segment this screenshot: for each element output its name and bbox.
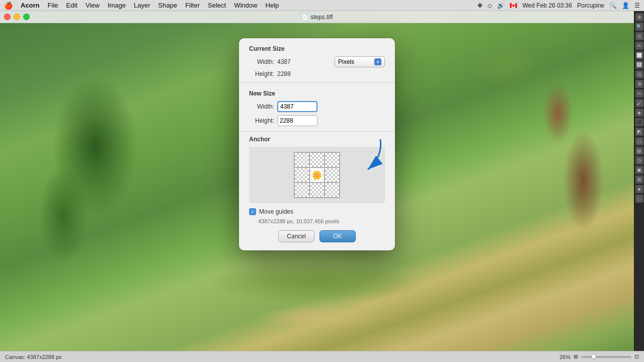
ok-button[interactable]: OK xyxy=(319,230,356,242)
canvas-info-text: 4387x2288 px, 10,037,456 pixels xyxy=(239,217,395,224)
status-bar: Canvas: 4387x2288 px 26% ⊞ ⊡ xyxy=(0,351,644,362)
anchor-cell-bottom-right[interactable] xyxy=(325,183,340,198)
sidebar-tool-8[interactable]: ⚙ xyxy=(635,80,643,88)
apple-menu[interactable]: 🍎 xyxy=(4,2,13,10)
status-bar-right: 26% ⊞ ⊡ xyxy=(559,353,639,360)
menu-edit[interactable]: Edit xyxy=(62,1,82,10)
new-width-row: Width: xyxy=(249,101,385,112)
units-select-arrow: ▾ xyxy=(374,58,381,65)
sidebar-tool-2[interactable]: 🔍 xyxy=(635,23,643,31)
sidebar-tool-20[interactable]: ◌ xyxy=(635,195,643,203)
anchor-cell-middle-center[interactable]: 🌼 xyxy=(309,167,325,183)
menu-window[interactable]: Window xyxy=(230,1,261,10)
anchor-container: 🌼 xyxy=(249,147,385,203)
anchor-cell-top-center[interactable] xyxy=(309,152,325,167)
zoom-slider[interactable] xyxy=(581,356,631,358)
menu-select[interactable]: Select xyxy=(204,1,230,10)
new-size-section: New Size Width: Height: xyxy=(239,83,395,126)
canvas-size-status: Canvas: 4387x2288 px xyxy=(5,354,62,360)
sidebar-tool-10[interactable]: 🖊 xyxy=(635,99,643,107)
current-width-row: Width: 4387 Pixels ▾ xyxy=(249,56,385,67)
dialog-buttons: Cancel OK xyxy=(239,224,395,242)
minimize-button[interactable] xyxy=(14,14,20,20)
menu-view[interactable]: View xyxy=(82,1,104,10)
current-width-value: 4387 xyxy=(277,58,302,65)
sidebar-tool-18[interactable]: ⊞ xyxy=(635,175,643,184)
new-height-label: Height: xyxy=(249,117,274,124)
move-guides-checkbox[interactable]: ✓ xyxy=(249,208,256,215)
menu-file[interactable]: File xyxy=(44,1,62,10)
zoom-button[interactable] xyxy=(23,14,30,20)
current-width-label: Width: xyxy=(249,58,274,65)
right-sidebar: ⊕ 🔍 ◎ ✏ ⬜ 🅰 ⊡ ⚙ ✂ 🖊 ◈ ⬛ ◩ ◻ ▤ ◷ ▣ ⊞ ◈ ◌ xyxy=(634,11,644,351)
current-height-row: Height: 2288 xyxy=(249,70,385,77)
units-select-value: Pixels xyxy=(338,58,354,65)
current-height-label: Height: xyxy=(249,70,274,77)
menu-shape[interactable]: Shape xyxy=(154,1,182,10)
sidebar-tool-13[interactable]: ◩ xyxy=(635,128,643,136)
blue-arrow-indicator xyxy=(345,137,385,177)
menu-image[interactable]: Image xyxy=(104,1,130,10)
anchor-cell-bottom-left[interactable] xyxy=(294,183,309,198)
cancel-button[interactable]: Cancel xyxy=(278,230,314,242)
window-title: 📄 steps.tiff xyxy=(301,14,333,21)
menubar: 🍎 Acorn File Edit View Image Layer Shape… xyxy=(0,0,644,11)
anchor-cell-middle-left[interactable] xyxy=(294,167,309,183)
sidebar-tool-11[interactable]: ◈ xyxy=(635,109,643,117)
dialog-overlay: Current Size Width: 4387 Pixels ▾ Height… xyxy=(0,23,634,351)
sidebar-tool-1[interactable]: ⊕ xyxy=(635,13,643,21)
sidebar-tool-16[interactable]: ◷ xyxy=(635,156,643,164)
expand-icon[interactable]: ⊡ xyxy=(634,353,639,360)
sidebar-tool-4[interactable]: ✏ xyxy=(635,42,643,50)
menu-help[interactable]: Help xyxy=(261,1,283,10)
user-avatar: 👤 xyxy=(622,2,629,9)
anchor-section: Anchor xyxy=(239,132,395,203)
sidebar-tool-6[interactable]: 🅰 xyxy=(635,61,643,69)
close-button[interactable] xyxy=(4,14,11,20)
menu-acorn[interactable]: Acorn xyxy=(17,1,44,10)
new-height-row: Height: xyxy=(249,115,385,126)
sidebar-tool-7[interactable]: ⊡ xyxy=(635,70,643,78)
anchor-title: Anchor xyxy=(249,136,385,143)
menu-layer[interactable]: Layer xyxy=(130,1,154,10)
anchor-cell-middle-right[interactable] xyxy=(325,167,340,183)
zoom-slider-thumb[interactable] xyxy=(591,354,596,359)
sidebar-tool-3[interactable]: ◎ xyxy=(635,32,643,40)
sidebar-tool-14[interactable]: ◻ xyxy=(635,137,643,145)
current-height-value: 2288 xyxy=(277,70,302,77)
username: Porcupine xyxy=(577,2,604,9)
move-guides-label: Move guides xyxy=(259,208,293,215)
anchor-grid: 🌼 xyxy=(294,152,340,198)
anchor-cell-top-right[interactable] xyxy=(325,152,340,167)
units-select[interactable]: Pixels ▾ xyxy=(335,56,385,67)
sidebar-tool-12[interactable]: ⬛ xyxy=(635,118,643,126)
menu-filter[interactable]: Filter xyxy=(181,1,204,10)
sidebar-tool-17[interactable]: ▣ xyxy=(635,166,643,174)
wifi-icon: ◇ xyxy=(488,2,492,9)
menu-extras-icon: ✤ xyxy=(477,2,482,9)
window-titlebar: 📄 steps.tiff xyxy=(0,11,634,23)
current-size-section: Current Size Width: 4387 Pixels ▾ Height… xyxy=(239,38,395,77)
sidebar-tool-9[interactable]: ✂ xyxy=(635,89,643,98)
new-width-label: Width: xyxy=(249,103,274,110)
new-height-input[interactable] xyxy=(277,115,317,126)
volume-icon: 🔊 xyxy=(497,2,505,9)
main-area: 📄 steps.tiff ⊕ 🔍 ◎ ✏ ⬜ 🅰 ⊡ ⚙ ✂ 🖊 ◈ ⬛ ◩ ◻… xyxy=(0,11,644,362)
sidebar-tool-5[interactable]: ⬜ xyxy=(635,51,643,59)
sidebar-tool-19[interactable]: ◈ xyxy=(635,185,643,193)
fit-icon[interactable]: ⊞ xyxy=(574,353,578,360)
new-width-input[interactable] xyxy=(277,101,317,112)
anchor-cell-top-left[interactable] xyxy=(294,152,309,167)
move-guides-row: ✓ Move guides xyxy=(239,203,395,217)
flag-icon: 🇨🇦 xyxy=(510,2,517,9)
sidebar-tool-15[interactable]: ▤ xyxy=(635,147,643,155)
menu-toggle-icon[interactable]: ☰ xyxy=(634,2,640,9)
menubar-right: ✤ ◇ 🔊 🇨🇦 Wed Feb 26 03:36 Porcupine 🔍 👤 … xyxy=(477,2,640,9)
traffic-lights xyxy=(4,14,30,20)
datetime: Wed Feb 26 03:36 xyxy=(522,2,572,9)
search-icon[interactable]: 🔍 xyxy=(609,2,617,9)
anchor-cell-bottom-center[interactable] xyxy=(309,183,325,198)
new-size-title: New Size xyxy=(249,90,385,97)
canvas-size-dialog: Current Size Width: 4387 Pixels ▾ Height… xyxy=(239,38,395,250)
current-size-title: Current Size xyxy=(249,45,385,52)
